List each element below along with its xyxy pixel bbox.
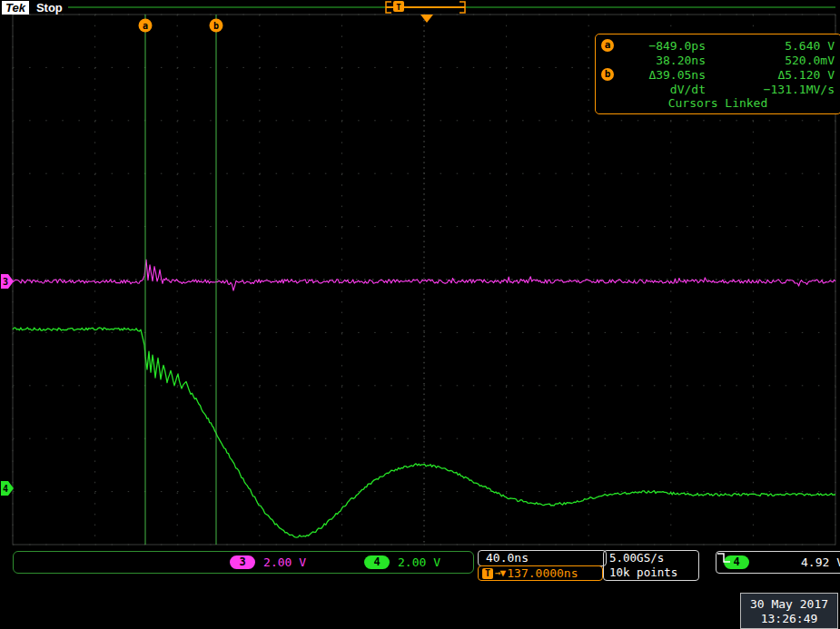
datetime-box: 30 May 2017 13:26:49 xyxy=(740,593,838,629)
oscilloscope-screen: Tab34 Tek Stop a −849.0ps 5.640 V 38.20n… xyxy=(0,0,840,629)
trigger-position-marker[interactable] xyxy=(420,15,433,23)
cursor-delta-badge: b xyxy=(601,68,614,81)
cursor-a-time: −849.0ps xyxy=(619,39,706,53)
ch3-scale-group[interactable]: 3 2.00 V xyxy=(230,555,306,569)
acquisition-readout: 5.00GS/s 10k points xyxy=(603,550,699,581)
dvdt-row: dV/dt −131.1MV/s xyxy=(601,82,835,96)
trigger-arrow-icon: →▼ xyxy=(495,567,505,579)
cursor-readout-box: a −849.0ps 5.640 V 38.20ns 520.0mV b Δ39… xyxy=(595,34,840,114)
time-per-div: 40.0ns xyxy=(486,551,529,565)
cursor-b-flag-label: b xyxy=(213,21,219,31)
dvdt-label: dV/dt xyxy=(619,83,706,96)
trigger-readout: 4 4.92 V xyxy=(716,551,840,574)
cursor-a-voltage: 5.640 V xyxy=(706,39,835,53)
trigger-t-icon: T xyxy=(482,568,493,579)
ch3-waveform xyxy=(13,260,835,290)
sample-rate: 5.00GS/s xyxy=(609,551,698,565)
cursor-a-flag-label: a xyxy=(143,21,148,31)
falling-edge-icon xyxy=(716,552,731,564)
trigger-position-readout: T →▼ 137.0000ns xyxy=(478,565,603,581)
delta-voltage: Δ5.120 V xyxy=(706,68,835,82)
time-label: 13:26:49 xyxy=(741,612,837,625)
cursor-b-row: 38.20ns 520.0mV xyxy=(601,53,835,67)
cursor-delta-row: b Δ39.05ns Δ5.120 V xyxy=(601,67,835,82)
dvdt-value: −131.1MV/s xyxy=(706,83,835,96)
ch4-badge[interactable]: 4 xyxy=(364,555,390,569)
ch3-position-label: 3 xyxy=(3,277,8,287)
cursor-a-row: a −849.0ps 5.640 V xyxy=(601,38,835,53)
ch4-scale-value: 2.00 V xyxy=(398,555,440,569)
delta-time: Δ39.05ns xyxy=(619,68,706,82)
top-bar: Tek Stop xyxy=(0,0,63,15)
date-label: 30 May 2017 xyxy=(741,597,837,611)
trigger-level-value: 4.92 V xyxy=(801,555,840,569)
acquisition-status: Stop xyxy=(36,1,63,15)
cursors-linked-label: Cursors Linked xyxy=(601,96,835,111)
record-length: 10k points xyxy=(609,565,698,580)
tek-logo: Tek xyxy=(2,1,29,15)
trigger-position-value: 137.0000ns xyxy=(507,566,578,580)
cursor-b-time: 38.20ns xyxy=(619,54,706,67)
ch4-position-label: 4 xyxy=(3,484,8,494)
channel-scale-bar: 3 2.00 V 4 2.00 V xyxy=(13,551,474,574)
ch4-scale-group[interactable]: 4 2.00 V xyxy=(364,555,440,569)
cursor-b-voltage: 520.0mV xyxy=(706,54,835,67)
ch3-scale-value: 2.00 V xyxy=(263,555,306,569)
record-trigger-flag-label: T xyxy=(396,3,401,12)
timebase-readout: 40.0ns xyxy=(478,550,607,566)
cursor-a-badge: a xyxy=(601,39,614,52)
ch3-badge[interactable]: 3 xyxy=(230,555,255,569)
ch4-waveform xyxy=(13,328,835,537)
